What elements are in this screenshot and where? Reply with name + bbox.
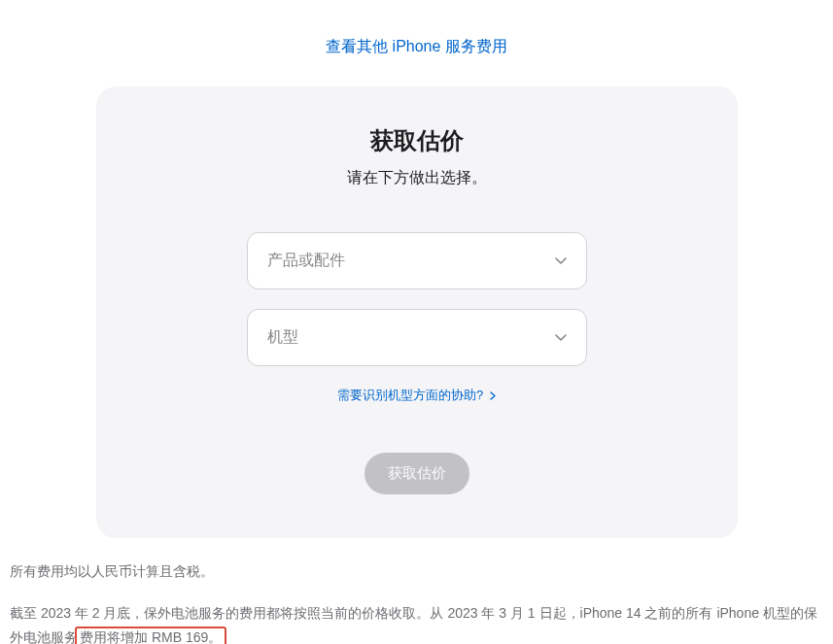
- top-link-container: 查看其他 iPhone 服务费用: [0, 0, 833, 86]
- card-subtitle: 请在下方做出选择。: [145, 168, 689, 188]
- footer-line-2: 截至 2023 年 2 月底，保外电池服务的费用都将按照当前的价格收取。从 20…: [10, 601, 823, 644]
- price-increase-highlight: 费用将增加 RMB 169。: [75, 627, 226, 644]
- model-select-placeholder: 机型: [267, 327, 298, 348]
- chevron-down-icon: [555, 257, 567, 264]
- product-select[interactable]: 产品或配件: [247, 232, 587, 289]
- model-select[interactable]: 机型: [247, 309, 587, 366]
- chevron-down-icon: [555, 334, 567, 341]
- help-link-container: 需要识别机型方面的协助?: [145, 386, 689, 404]
- other-iphone-service-link[interactable]: 查看其他 iPhone 服务费用: [326, 38, 507, 54]
- footer-line-1: 所有费用均以人民币计算且含税。: [10, 559, 823, 584]
- help-link-label: 需要识别机型方面的协助?: [337, 388, 483, 402]
- chevron-right-icon: [490, 389, 496, 403]
- card-title: 获取估价: [145, 125, 689, 156]
- identify-model-help-link[interactable]: 需要识别机型方面的协助?: [337, 388, 496, 402]
- estimate-card: 获取估价 请在下方做出选择。 产品或配件 机型 需要识别机型方面的协助? 获取估…: [96, 86, 738, 538]
- footer-text: 所有费用均以人民币计算且含税。 截至 2023 年 2 月底，保外电池服务的费用…: [0, 538, 833, 644]
- product-select-placeholder: 产品或配件: [267, 251, 345, 271]
- get-estimate-button[interactable]: 获取估价: [364, 453, 469, 494]
